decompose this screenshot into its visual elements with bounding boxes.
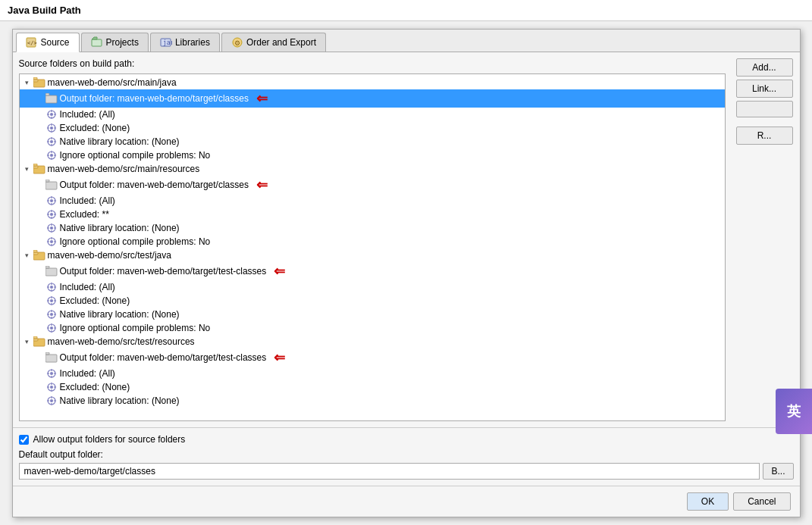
svg-point-72 xyxy=(50,286,53,289)
tree-item-label: Excluded: (None) xyxy=(60,382,130,392)
tree-item[interactable]: ▾ maven-web-demo/src/test/java xyxy=(20,248,725,262)
tree-item[interactable]: Native library location: (None) xyxy=(20,135,725,148)
svg-rect-41 xyxy=(45,180,49,182)
bottom-area: Allow output folders for source folders … xyxy=(13,427,800,486)
tree-item[interactable]: Ignore optional compile problems: No xyxy=(20,321,725,335)
red-arrow-indicator: ⇐ xyxy=(256,90,268,107)
tree-item-label: Ignore optional compile problems: No xyxy=(60,150,211,161)
tree-item[interactable]: Output folder: maven-web-demo/target/cla… xyxy=(20,176,725,194)
svg-rect-39 xyxy=(33,164,37,166)
tree-item-label: Ignore optional compile problems: No xyxy=(60,236,211,247)
ime-widget[interactable]: 英 xyxy=(776,389,812,434)
source-folders-tree[interactable]: ▾ maven-web-demo/src/main/java Output fo… xyxy=(19,73,726,421)
tab-source-label: Source xyxy=(41,37,70,48)
tree-item[interactable]: ▾ maven-web-demo/src/main/java xyxy=(20,76,725,89)
setting-icon xyxy=(45,308,58,320)
tree-item[interactable]: Ignore optional compile problems: No xyxy=(20,235,725,248)
folder-icon xyxy=(33,163,45,175)
tree-item-label: Included: (All) xyxy=(60,282,115,292)
tree-item[interactable]: Included: (All) xyxy=(20,367,725,380)
setting-icon xyxy=(45,122,58,134)
tree-item[interactable]: ▾ maven-web-demo/src/test/resources xyxy=(20,335,725,348)
svg-point-14 xyxy=(50,113,53,116)
output-input-row: B... xyxy=(19,463,794,480)
tab-projects-label: Projects xyxy=(106,37,139,48)
section-label: Source folders on build path: xyxy=(19,58,726,69)
title-bar: Java Build Path xyxy=(0,0,812,21)
folder-icon xyxy=(33,77,45,89)
cancel-button[interactable]: Cancel xyxy=(733,492,790,511)
browse-output-button[interactable]: B... xyxy=(763,463,793,480)
svg-point-90 xyxy=(50,327,53,330)
java-build-path-dialog: </> Source Projects jar Libraries xyxy=(12,29,801,517)
tree-item[interactable]: Ignore optional compile problems: No xyxy=(20,148,725,162)
chevron-icon: ▾ xyxy=(23,251,32,260)
svg-point-101 xyxy=(50,372,53,375)
tree-item[interactable]: Included: (All) xyxy=(20,280,725,294)
dialog-main-content: Source folders on build path: ▾ maven-we… xyxy=(13,52,800,427)
ime-label: 英 xyxy=(787,402,801,420)
svg-point-61 xyxy=(50,240,53,243)
tree-item[interactable]: Excluded: ** xyxy=(20,208,725,221)
remove-button[interactable]: R... xyxy=(736,127,793,145)
tab-libraries-label: Libraries xyxy=(175,37,210,48)
svg-text:⚙: ⚙ xyxy=(234,39,240,47)
tree-item[interactable]: Excluded: (None) xyxy=(20,380,725,394)
setting-icon xyxy=(45,295,58,307)
tree-item-label: maven-web-demo/src/main/java xyxy=(48,77,177,88)
tree-item-label: Output folder: maven-web-demo/target/tes… xyxy=(60,352,267,363)
setting-icon xyxy=(45,108,58,120)
tree-item[interactable]: Output folder: maven-web-demo/target/tes… xyxy=(20,348,725,367)
tree-item-label: Excluded: ** xyxy=(60,209,109,220)
output-folder-label: Default output folder: xyxy=(19,449,794,460)
tree-item-label: Included: (All) xyxy=(60,195,115,206)
setting-icon xyxy=(45,222,58,234)
tree-item[interactable]: Included: (All) xyxy=(20,194,725,208)
svg-point-32 xyxy=(50,154,53,157)
tree-item[interactable]: Output folder: maven-web-demo/target/tes… xyxy=(20,262,725,280)
svg-point-49 xyxy=(50,213,53,216)
chevron-icon: ▾ xyxy=(23,337,32,346)
chevron-icon: ▾ xyxy=(23,78,32,87)
tree-item[interactable]: Native library location: (None) xyxy=(20,308,725,321)
tab-projects[interactable]: Projects xyxy=(81,33,149,52)
projects-tab-icon xyxy=(91,36,103,48)
tree-item[interactable]: Output folder: maven-web-demo/target/cla… xyxy=(20,89,725,108)
tab-order-export[interactable]: ⚙ Order and Export xyxy=(221,33,326,52)
right-panel: Add... Link... R... xyxy=(732,52,800,427)
setting-icon xyxy=(45,395,58,407)
tree-item-label: Native library location: (None) xyxy=(60,395,180,406)
svg-text:</>: </> xyxy=(27,40,37,46)
svg-rect-69 xyxy=(45,268,57,276)
tree-item-label: Ignore optional compile problems: No xyxy=(60,323,211,333)
tab-bar: </> Source Projects jar Libraries xyxy=(13,30,800,52)
add-button[interactable]: Add... xyxy=(736,58,793,77)
setting-icon xyxy=(45,136,58,148)
link-button[interactable]: Link... xyxy=(736,80,793,98)
tree-item[interactable]: ▾ maven-web-demo/src/main/resources xyxy=(20,162,725,176)
svg-rect-2 xyxy=(92,39,102,46)
folder-icon xyxy=(33,249,45,261)
output-folder-input[interactable] xyxy=(19,463,760,480)
tree-item-label: Excluded: (None) xyxy=(60,295,130,306)
svg-rect-68 xyxy=(33,250,37,252)
svg-marker-3 xyxy=(92,37,97,39)
svg-rect-96 xyxy=(33,339,38,341)
tab-libraries[interactable]: jar Libraries xyxy=(150,33,220,52)
tree-item[interactable]: Excluded: (None) xyxy=(20,121,725,135)
tree-item[interactable]: Excluded: (None) xyxy=(20,294,725,308)
output-folder-icon xyxy=(45,92,58,105)
tree-item[interactable]: Native library location: (None) xyxy=(20,221,725,235)
allow-output-checkbox[interactable] xyxy=(19,435,29,445)
svg-rect-98 xyxy=(45,355,57,362)
red-arrow-indicator: ⇐ xyxy=(274,263,285,280)
order-export-tab-icon: ⚙ xyxy=(231,36,243,48)
tab-source[interactable]: </> Source xyxy=(16,33,80,52)
tree-item[interactable]: Included: (All) xyxy=(20,108,725,121)
tree-item[interactable]: Native library location: (None) xyxy=(20,394,725,408)
tree-item-label: Output folder: maven-web-demo/target/cla… xyxy=(60,93,249,104)
ok-button[interactable]: OK xyxy=(687,492,729,511)
tree-item-label: Native library location: (None) xyxy=(60,309,180,320)
edit-button[interactable] xyxy=(736,101,793,117)
checkbox-row: Allow output folders for source folders xyxy=(19,434,794,445)
